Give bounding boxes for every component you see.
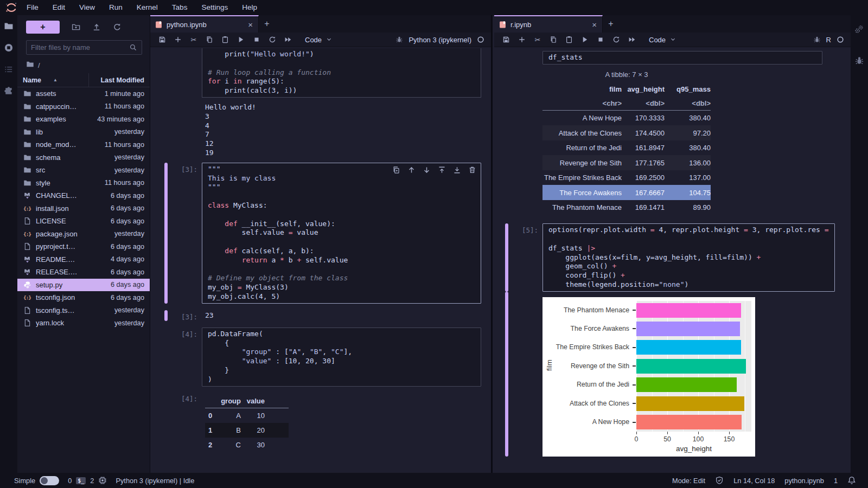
code-editor[interactable]: pd.DataFrame( { "group" : ["A", "B", "C"… [202,328,481,387]
menu-view[interactable]: View [72,3,102,11]
new-tab-button[interactable]: + [603,15,619,33]
insert-cell-button[interactable] [518,35,526,44]
file-filter-input[interactable] [31,43,129,52]
kernel-status[interactable]: Python 3 (ipykernel) | Idle [116,477,194,485]
run-cell-button[interactable] [237,35,245,44]
duplicate-cell-icon[interactable] [392,166,400,174]
tab-python-ipynb[interactable]: python.ipynb × [150,15,259,33]
file-row[interactable]: srcyesterday [17,164,150,177]
file-row[interactable]: setup.py6 days ago [17,279,150,292]
move-cell-down-icon[interactable] [423,166,431,174]
simple-mode-toggle[interactable]: Simple [14,476,59,485]
interrupt-kernel-button[interactable] [252,35,261,44]
code-editor[interactable]: """This is my class""" class MyClass: de… [202,163,481,304]
file-row[interactable]: RELEASE.…6 days ago [17,266,150,279]
table-row[interactable]: A New Hope170.3333380.40 [542,111,711,126]
move-cell-up-icon[interactable] [407,166,416,174]
close-tab-icon[interactable]: × [592,20,597,29]
cut-cells-button[interactable]: ✂ [533,35,542,44]
new-folder-icon[interactable] [72,23,80,31]
tab-r-ipynb[interactable]: r.ipynb × [494,15,603,33]
cursor-position[interactable]: Ln 14, Col 18 [733,477,775,485]
file-row[interactable]: style11 hours ago [17,177,150,190]
table-of-contents-icon[interactable] [0,59,17,80]
table-row[interactable]: The Empire Strikes Back169.2500137.00 [542,170,711,185]
paste-cells-button[interactable] [221,35,229,44]
file-row[interactable]: node_mod…11 hours ago [17,138,150,151]
table-row[interactable]: Return of the Jedi161.8947380.40 [542,140,711,156]
close-tab-icon[interactable]: × [248,20,253,29]
toggle-switch[interactable] [40,476,59,485]
table-row[interactable]: Revenge of the Sith177.1765136.00 [542,155,711,170]
menu-run[interactable]: Run [102,3,130,11]
copy-cells-button[interactable] [549,35,558,44]
command-mode-indicator[interactable]: Mode: Edit [672,477,705,485]
restart-kernel-button[interactable] [612,35,621,44]
running-sessions-icon[interactable] [0,37,17,59]
terminals-kernels-status[interactable]: 0 $_ 2 [68,476,107,485]
property-inspector-icon[interactable] [851,18,868,40]
debugger-icon[interactable] [851,50,868,72]
kernel-status-icon[interactable] [477,36,484,43]
menu-edit[interactable]: Edit [46,3,72,11]
menu-file[interactable]: File [20,3,46,11]
debugger-bug-icon[interactable] [395,36,403,43]
kernel-name[interactable]: R [826,36,831,44]
file-row[interactable]: yarn.lockyesterday [17,317,150,330]
table-row[interactable]: The Phantom Menace169.147189.90 [542,200,711,215]
interrupt-kernel-button[interactable] [596,35,605,44]
insert-cell-above-icon[interactable] [438,166,446,174]
kernel-status-icon[interactable] [837,36,844,43]
insert-cell-button[interactable] [174,35,182,44]
upload-icon[interactable] [92,23,101,31]
file-row[interactable]: examples43 minutes ago [17,113,150,126]
file-row[interactable]: {:}package.jsonyesterday [17,228,150,241]
sort-by-modified-header[interactable]: Last Modified [89,76,150,84]
save-button[interactable] [502,35,510,44]
paste-cells-button[interactable] [565,35,573,44]
code-editor[interactable]: df_stats [542,51,822,65]
file-row[interactable]: schemayesterday [17,151,150,164]
refresh-icon[interactable] [113,23,122,31]
cell-type-dropdown[interactable]: Code [305,36,332,44]
restart-kernel-button[interactable] [268,35,277,44]
menu-settings[interactable]: Settings [194,3,235,11]
active-file-label[interactable]: python.ipynb [784,477,824,485]
file-row[interactable]: {:}install.json6 days ago [17,202,150,215]
delete-cell-icon[interactable] [468,166,476,174]
restart-run-all-button[interactable] [628,35,636,44]
code-editor[interactable]: print("Hello world!") # Run loop calling… [202,48,481,98]
code-editor[interactable]: options(repr.plot.width = 4, repr.plot.h… [542,223,835,292]
cut-cells-button[interactable]: ✂ [189,35,198,44]
menu-tabs[interactable]: Tabs [165,3,195,11]
sort-by-name-header[interactable]: Name ▲ [17,73,89,87]
file-row[interactable]: CHANGEL…6 days ago [17,189,150,202]
save-button[interactable] [158,35,167,44]
breadcrumb[interactable]: / [17,55,150,73]
file-row[interactable]: catppuccin…11 hours ago [17,100,150,113]
file-row[interactable]: README.…4 days ago [17,253,150,266]
new-launcher-button[interactable]: + [26,21,60,34]
kernel-name[interactable]: Python 3 (ipykernel) [409,36,471,44]
bell-icon[interactable] [847,476,856,485]
trust-shield-icon[interactable] [715,476,724,485]
file-browser-icon[interactable] [0,15,17,37]
restart-run-all-button[interactable] [284,35,292,44]
table-row[interactable]: Attack of the Clones174.450097.20 [542,125,711,140]
selected-table-row[interactable]: The Force Awakens167.6667104.75 [542,185,711,200]
file-row[interactable]: LICENSE6 days ago [17,215,150,228]
notification-count[interactable]: 1 [834,477,838,485]
insert-cell-below-icon[interactable] [453,166,461,174]
new-tab-button[interactable]: + [259,15,275,33]
copy-cells-button[interactable] [205,35,214,44]
file-row[interactable]: tsconfig.ts…yesterday [17,304,150,317]
debugger-bug-icon[interactable] [813,36,821,43]
cell-type-dropdown[interactable]: Code [649,36,676,44]
run-cell-button[interactable] [580,35,589,44]
menu-kernel[interactable]: Kernel [130,3,165,11]
menu-help[interactable]: Help [235,3,264,11]
file-row[interactable]: pyproject.t…6 days ago [17,240,150,253]
breadcrumb-root[interactable]: / [38,61,40,69]
file-row[interactable]: libyesterday [17,126,150,139]
extension-manager-icon[interactable] [0,80,17,102]
